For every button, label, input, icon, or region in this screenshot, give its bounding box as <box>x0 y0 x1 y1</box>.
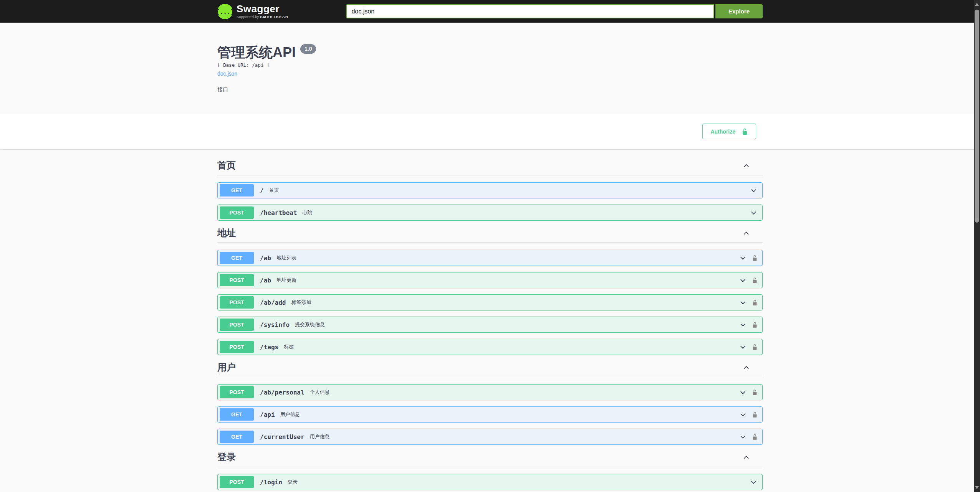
chevron-down-icon <box>739 276 747 284</box>
operation-path: /api <box>260 411 275 418</box>
chevron-up-icon <box>742 363 750 371</box>
version-badge: 1.0 <box>300 44 316 54</box>
section-header-0[interactable]: 首页 <box>217 159 763 175</box>
chevron-up-icon <box>742 453 750 461</box>
topbar: {...} Swagger Supported by SMARTBEAR Exp… <box>0 0 980 23</box>
scrollbar-up-arrow[interactable] <box>975 3 979 6</box>
method-badge: POST <box>220 319 254 331</box>
opblock-post-ab[interactable]: POST/ab地址更新 <box>217 272 763 288</box>
spec-url-form: Explore <box>346 4 763 18</box>
opblock-post-ab-personal[interactable]: POST/ab/personal个人信息 <box>217 384 763 400</box>
method-badge: GET <box>220 252 254 264</box>
opblock-post-ab-add[interactable]: POST/ab/add标签添加 <box>217 294 763 310</box>
scrollbar-down-arrow[interactable] <box>975 486 979 489</box>
swagger-logo[interactable]: {...} Swagger Supported by SMARTBEAR <box>217 4 288 19</box>
chevron-down-icon <box>750 478 758 486</box>
operation-path: /tags <box>260 343 278 351</box>
chevron-down-icon <box>739 343 747 351</box>
operation-path: /currentUser <box>260 433 305 441</box>
section-header-1[interactable]: 地址 <box>217 227 763 243</box>
operation-summary: 用户信息 <box>310 433 739 440</box>
method-badge: POST <box>220 386 254 398</box>
operation-summary: 标签 <box>284 343 739 350</box>
opblock-get-[interactable]: GET/首页 <box>217 182 763 198</box>
auth-lock-icon[interactable] <box>752 299 758 306</box>
section-header-3[interactable]: 登录 <box>217 451 763 467</box>
authorize-label: Authorize <box>710 129 735 135</box>
api-section-1: 地址GET/ab地址列表POST/ab地址更新POST/ab/add标签添加PO… <box>217 227 763 355</box>
scrollbar[interactable] <box>974 0 980 492</box>
chevron-down-icon <box>739 321 747 329</box>
method-badge: POST <box>220 206 254 219</box>
unlock-icon <box>742 128 748 135</box>
operation-path: /ab/add <box>260 299 286 306</box>
method-badge: GET <box>220 184 254 196</box>
smartbear-brand: SMARTBEAR <box>260 15 288 19</box>
operation-summary: 个人信息 <box>310 389 739 396</box>
chevron-down-icon <box>739 433 747 441</box>
operation-summary: 地址列表 <box>276 254 739 261</box>
chevron-up-icon <box>742 229 750 237</box>
auth-lock-icon[interactable] <box>752 254 758 262</box>
chevron-down-icon <box>739 254 747 262</box>
auth-lock-icon[interactable] <box>752 389 758 396</box>
api-section-0: 首页GET/首页POST/heartbeat心跳 <box>217 159 763 221</box>
chevron-down-icon <box>739 411 747 419</box>
scheme-container: Authorize <box>0 114 980 149</box>
chevron-down-icon <box>739 299 747 307</box>
operation-path: /ab <box>260 277 271 284</box>
opblock-get-api[interactable]: GET/api用户信息 <box>217 406 763 423</box>
operations-area: 首页GET/首页POST/heartbeat心跳地址GET/ab地址列表POST… <box>0 149 980 492</box>
opblock-post-login[interactable]: POST/login登录 <box>217 474 763 490</box>
chevron-up-icon <box>742 162 750 170</box>
scrollbar-thumb[interactable] <box>975 10 979 223</box>
spec-link[interactable]: doc.json <box>217 71 237 77</box>
section-title: 首页 <box>217 159 236 172</box>
auth-lock-icon[interactable] <box>752 277 758 284</box>
auth-lock-icon[interactable] <box>752 411 758 418</box>
section-title: 地址 <box>217 227 236 239</box>
opblock-get-currentUser[interactable]: GET/currentUser用户信息 <box>217 429 763 445</box>
page-title: 管理系统API1.0 <box>217 45 763 60</box>
operation-summary: 提交系统信息 <box>295 321 739 328</box>
method-badge: POST <box>220 274 254 286</box>
operation-summary: 用户信息 <box>280 411 739 418</box>
chevron-down-icon <box>739 388 747 396</box>
operation-summary: 标签添加 <box>291 299 739 306</box>
opblock-post-tags[interactable]: POST/tags标签 <box>217 339 763 355</box>
section-header-2[interactable]: 用户 <box>217 361 763 377</box>
chevron-down-icon <box>750 187 758 195</box>
api-title-text: 管理系统API <box>217 45 296 60</box>
api-section-2: 用户POST/ab/personal个人信息GET/api用户信息GET/cur… <box>217 361 763 445</box>
swagger-logo-icon: {...} <box>217 4 233 19</box>
operation-summary: 登录 <box>288 479 750 485</box>
method-badge: GET <box>220 431 254 443</box>
operation-summary: 首页 <box>269 187 750 194</box>
operations-sections: 首页GET/首页POST/heartbeat心跳地址GET/ab地址列表POST… <box>217 159 763 492</box>
operation-path: /ab/personal <box>260 389 305 396</box>
explore-button[interactable]: Explore <box>715 4 763 18</box>
opblock-post-sysinfo[interactable]: POST/sysinfo提交系统信息 <box>217 317 763 333</box>
section-title: 用户 <box>217 361 236 373</box>
api-description: 接口 <box>217 86 763 93</box>
auth-lock-icon[interactable] <box>752 433 758 441</box>
opblock-get-ab[interactable]: GET/ab地址列表 <box>217 250 763 266</box>
auth-lock-icon[interactable] <box>752 321 758 329</box>
method-badge: POST <box>220 341 254 353</box>
authorize-button[interactable]: Authorize <box>702 124 756 139</box>
operation-path: /login <box>260 479 282 486</box>
opblock-post-heartbeat[interactable]: POST/heartbeat心跳 <box>217 205 763 221</box>
method-badge: POST <box>220 296 254 309</box>
operation-path: /heartbeat <box>260 209 297 216</box>
operation-path: / <box>260 187 264 194</box>
supported-by-text: Supported by <box>237 15 259 19</box>
spec-url-input[interactable] <box>346 4 714 18</box>
svg-text:{...}: {...} <box>217 8 233 15</box>
operation-summary: 地址更新 <box>276 277 739 284</box>
chevron-down-icon <box>750 209 758 217</box>
auth-lock-icon[interactable] <box>752 343 758 351</box>
logo-subtitle: Supported by SMARTBEAR <box>237 15 288 19</box>
operation-path: /sysinfo <box>260 321 290 329</box>
method-badge: POST <box>220 476 254 488</box>
logo-title: Swagger <box>237 4 288 14</box>
